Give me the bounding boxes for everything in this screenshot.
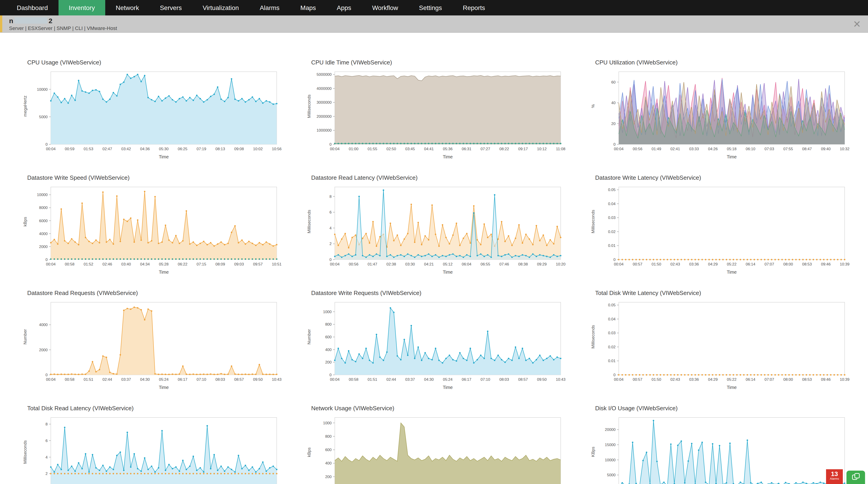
y-axis-label: Milliseconds <box>22 414 28 484</box>
y-axis-label: Number <box>306 299 312 375</box>
svg-text:0.04: 0.04 <box>608 317 616 321</box>
svg-text:06:22: 06:22 <box>178 262 188 266</box>
svg-text:05:18: 05:18 <box>727 147 737 151</box>
nav-tab-network[interactable]: Network <box>105 0 150 16</box>
svg-text:08:47: 08:47 <box>802 147 812 151</box>
nav-tab-inventory[interactable]: Inventory <box>58 0 105 16</box>
svg-text:5000: 5000 <box>607 473 616 477</box>
svg-text:0.02: 0.02 <box>608 230 616 234</box>
svg-text:10:02: 10:02 <box>253 147 263 151</box>
svg-text:2: 2 <box>330 242 332 246</box>
svg-text:09:03: 09:03 <box>234 262 244 266</box>
alarms-label: Alarms <box>826 478 843 481</box>
chart-plot[interactable]: 0246800:0400:5601:4702:3803:3004:2105:12… <box>312 183 566 278</box>
svg-text:Time: Time <box>727 385 737 390</box>
svg-text:03:33: 03:33 <box>689 147 699 151</box>
svg-text:0: 0 <box>330 258 332 262</box>
svg-text:0: 0 <box>330 373 332 377</box>
svg-text:4: 4 <box>45 455 48 459</box>
redacted-host-name <box>14 17 47 24</box>
svg-text:02:41: 02:41 <box>671 147 680 151</box>
svg-text:04:41: 04:41 <box>424 147 434 151</box>
charts-grid: CPU Usage (VIWebService) megaHertz 05000… <box>0 33 868 484</box>
svg-text:02:44: 02:44 <box>386 377 396 382</box>
chart-plot[interactable]: 02000400000:0400:5801:5102:4403:3704:300… <box>28 299 282 393</box>
svg-text:07:10: 07:10 <box>480 377 490 382</box>
svg-text:01:53: 01:53 <box>84 147 93 151</box>
nav-tab-servers[interactable]: Servers <box>150 0 192 16</box>
chart-plot[interactable]: 0200400600800100000:0400:5801:5102:4403:… <box>312 299 566 393</box>
svg-text:09:46: 09:46 <box>821 377 831 382</box>
svg-text:0: 0 <box>614 142 616 147</box>
svg-text:02:38: 02:38 <box>386 262 396 266</box>
svg-text:10000: 10000 <box>37 193 48 197</box>
svg-text:8: 8 <box>45 422 48 426</box>
nav-tab-dashboard[interactable]: Dashboard <box>6 0 58 16</box>
svg-text:Time: Time <box>159 385 169 390</box>
svg-text:07:07: 07:07 <box>765 262 774 266</box>
svg-text:200: 200 <box>325 475 332 479</box>
svg-text:06:25: 06:25 <box>178 147 188 151</box>
chart-title: Datastore Read Requests (VIWebService) <box>27 290 294 296</box>
svg-text:Time: Time <box>727 270 737 275</box>
chart-card-total-disk-write-latency: Total Disk Write Latency (VIWebService) … <box>590 290 862 393</box>
svg-text:0.03: 0.03 <box>608 331 616 335</box>
nav-tab-virtualization[interactable]: Virtualization <box>192 0 249 16</box>
svg-text:0: 0 <box>330 142 332 147</box>
chart-plot[interactable]: 05000100001500020000 <box>596 414 850 484</box>
svg-text:0.03: 0.03 <box>608 216 616 220</box>
close-icon[interactable]: ✕ <box>853 19 861 29</box>
feedback-widget-button[interactable] <box>846 471 865 484</box>
svg-text:00:59: 00:59 <box>65 147 74 151</box>
chart-plot[interactable]: 050001000000:0400:5901:5302:4703:4204:36… <box>28 68 282 162</box>
chart-plot[interactable]: 00.010.020.030.040.0500:0400:5701:5002:4… <box>596 183 850 278</box>
svg-text:08:57: 08:57 <box>518 377 528 382</box>
svg-text:10:43: 10:43 <box>272 377 282 382</box>
nav-tab-alarms[interactable]: Alarms <box>249 0 290 16</box>
svg-text:0: 0 <box>45 373 48 377</box>
chart-plot[interactable]: 02004006008001000 <box>312 414 566 484</box>
svg-text:10000: 10000 <box>605 458 616 462</box>
chart-plot[interactable]: 020406000:0400:5601:4902:4103:3304:2605:… <box>596 68 850 162</box>
svg-text:08:00: 08:00 <box>783 377 793 382</box>
y-axis-label: Number <box>22 299 28 375</box>
copy-pages-icon <box>852 473 860 482</box>
svg-text:07:10: 07:10 <box>197 377 207 382</box>
y-axis-label: Milliseconds <box>590 183 596 260</box>
svg-text:00:58: 00:58 <box>65 262 74 266</box>
chart-plot[interactable]: 00.010.020.030.040.0500:0400:5701:5002:4… <box>596 299 850 393</box>
alarms-count: 13 <box>826 471 843 478</box>
svg-text:03:37: 03:37 <box>121 377 131 382</box>
nav-tab-reports[interactable]: Reports <box>452 0 495 16</box>
svg-text:1000000: 1000000 <box>317 128 332 132</box>
svg-text:05:22: 05:22 <box>727 377 737 382</box>
chart-plot[interactable]: 01000000200000030000004000000500000000:0… <box>312 68 566 162</box>
nav-tab-maps[interactable]: Maps <box>290 0 326 16</box>
svg-text:07:15: 07:15 <box>197 262 207 266</box>
alarms-badge[interactable]: 13 Alarms <box>826 469 843 484</box>
svg-text:03:37: 03:37 <box>405 377 415 382</box>
chart-card-datastore-read-latency: Datastore Read Latency (VIWebService) Mi… <box>306 174 578 278</box>
chart-plot[interactable]: 02468 <box>28 414 282 484</box>
svg-text:07:07: 07:07 <box>765 377 774 382</box>
nav-tab-settings[interactable]: Settings <box>408 0 452 16</box>
svg-text:4000000: 4000000 <box>317 87 332 91</box>
nav-tab-workflow[interactable]: Workflow <box>362 0 409 16</box>
chart-plot[interactable]: 020004000600080001000000:0400:5801:5202:… <box>28 183 282 278</box>
app-viewport: Dashboard Inventory Network Servers Virt… <box>0 0 868 484</box>
svg-text:04:21: 04:21 <box>424 262 434 266</box>
svg-text:05:24: 05:24 <box>159 377 169 382</box>
svg-text:01:00: 01:00 <box>349 147 359 151</box>
svg-text:Time: Time <box>159 270 169 275</box>
svg-text:09:17: 09:17 <box>518 147 528 151</box>
host-title-suffix: 2 <box>49 17 52 24</box>
svg-text:02:44: 02:44 <box>102 377 112 382</box>
svg-text:09:08: 09:08 <box>234 147 244 151</box>
nav-tab-apps[interactable]: Apps <box>327 0 362 16</box>
svg-text:400: 400 <box>325 347 332 352</box>
svg-text:04:34: 04:34 <box>140 262 150 266</box>
svg-text:07:03: 07:03 <box>765 147 774 151</box>
svg-text:04:30: 04:30 <box>424 377 434 382</box>
svg-text:08:53: 08:53 <box>802 262 812 266</box>
chart-card-datastore-write-requests: Datastore Write Requests (VIWebService) … <box>306 290 578 393</box>
